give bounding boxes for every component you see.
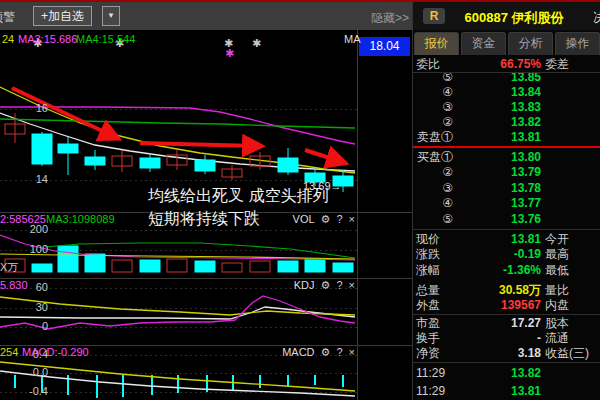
tab-analysis[interactable]: 分析 — [508, 32, 553, 55]
analysis-annotation-line2: 短期将持续下跌 — [148, 209, 260, 230]
nav-row-label: 净资 — [416, 346, 440, 361]
close-icon[interactable]: × — [349, 279, 355, 292]
macd-value-label: 254 — [0, 346, 18, 358]
axis-tick-label: X万 — [0, 260, 48, 275]
axis-tick-label: 14 — [0, 173, 48, 185]
volume-bar — [195, 261, 215, 272]
pe-row-label2: 股本 — [545, 316, 569, 331]
alert-button[interactable]: 预警 — [0, 9, 15, 26]
bid-2-label: ② — [413, 165, 453, 180]
add-watchlist-dropdown[interactable]: ▼ — [102, 6, 120, 26]
volume-bar — [222, 263, 242, 272]
volume-bar — [333, 263, 353, 272]
macd-pane-header: MACD ⚙ ? × — [282, 346, 355, 359]
ask-1-value: 13.81 — [455, 130, 541, 145]
bid-1-value: 13.80 — [455, 150, 541, 165]
axis-tick-label: 16 — [0, 102, 48, 114]
kdj-line — [0, 297, 355, 315]
change-row-value: -0.19 — [455, 247, 541, 262]
bid-5[interactable]: ⑤13.76 — [413, 212, 600, 227]
tab-funds[interactable]: 资金 — [461, 32, 506, 55]
quote-divider — [413, 72, 600, 73]
volume-bar — [140, 260, 160, 272]
tick-row-1: 11:2913.82 — [413, 366, 600, 381]
ma-value-label: 24 — [2, 33, 14, 45]
candlestick — [140, 158, 160, 168]
bid-3-label: ③ — [413, 181, 453, 196]
price-row: 现价13.81今开 — [413, 232, 600, 247]
pe-row-label: 市盈 — [416, 316, 440, 331]
turnover-row: 换手-流通 — [413, 331, 600, 346]
clipped-decision-button[interactable]: 决 — [593, 9, 600, 27]
close-icon[interactable]: × — [349, 213, 355, 226]
turnover-row-value: - — [455, 331, 541, 346]
candlestick — [278, 158, 298, 172]
volume-bar — [278, 261, 298, 272]
candlestick — [195, 160, 215, 171]
ask-1[interactable]: 卖盘①13.81 — [413, 130, 600, 145]
volume-bar — [112, 260, 132, 272]
chart-area[interactable]: 1614200100X万603000.40.0-0.4✱✱✱✱✱24MA3:15… — [0, 0, 412, 400]
candlestick — [85, 157, 105, 165]
tab-operate[interactable]: 操作 — [555, 32, 600, 55]
quote-divider — [413, 229, 600, 230]
bid-1[interactable]: 买盘①13.80 — [413, 150, 600, 165]
add-watchlist-button[interactable]: +加自选 — [33, 6, 92, 26]
help-icon[interactable]: ? — [336, 279, 342, 292]
ma-axis-label: MA — [344, 33, 361, 45]
ma-value-label: MA3:15.686 — [18, 33, 77, 45]
window-top-accent — [0, 0, 600, 2]
bid-4[interactable]: ④13.77 — [413, 196, 600, 211]
help-icon[interactable]: ? — [336, 346, 342, 359]
volume-ma-value-label: MA3:1098089 — [46, 213, 115, 225]
price-row-label: 现价 — [416, 232, 440, 247]
total-volume-row-label2: 量比 — [545, 283, 569, 298]
gear-icon[interactable]: ⚙ — [321, 346, 331, 359]
volume-bar — [167, 259, 187, 272]
nav-row: 净资3.18收益(三) — [413, 346, 600, 361]
bid-ask-separator — [413, 146, 600, 148]
change-pct-row-value: -1.36% — [455, 263, 541, 278]
turnover-row-label: 换手 — [416, 331, 440, 346]
gear-icon[interactable]: ⚙ — [321, 279, 331, 292]
quote-divider — [413, 314, 600, 315]
macd-pane-title: MACD — [282, 346, 314, 359]
ask-3[interactable]: ③13.83 — [413, 100, 600, 115]
ma-value-label: MA4:15.544 — [76, 33, 135, 45]
quote-divider — [413, 362, 600, 363]
kdj-pane-header: KDJ ⚙ ? × — [294, 279, 355, 292]
kdj-pane-title: KDJ — [294, 279, 315, 292]
volume-bar — [250, 261, 270, 272]
volume-pane-header: VOL ⚙ ? × — [293, 213, 355, 226]
bid-1-label: 买盘① — [413, 150, 453, 165]
pe-row: 市盈17.27股本 — [413, 316, 600, 331]
change-pct-row-label2: 最低 — [545, 263, 569, 278]
ask-2[interactable]: ②13.82 — [413, 115, 600, 130]
bid-4-value: 13.77 — [455, 196, 541, 211]
ask-4[interactable]: ④13.84 — [413, 85, 600, 100]
ask-3-value: 13.83 — [455, 100, 541, 115]
turnover-row-label2: 流通 — [545, 331, 569, 346]
bid-3-value: 13.78 — [455, 181, 541, 196]
bid-2[interactable]: ②13.79 — [413, 165, 600, 180]
close-icon[interactable]: × — [349, 346, 355, 359]
change-row: 涨跌-0.19最高 — [413, 247, 600, 262]
axis-tick-label: -0.4 — [0, 385, 48, 397]
help-icon[interactable]: ? — [336, 213, 342, 226]
axis-tick-label: 100 — [0, 243, 48, 255]
volume-bar — [85, 254, 105, 272]
ask-1-label: 卖盘① — [413, 130, 453, 145]
volume-ma-value-label: 2:585625 — [0, 213, 46, 225]
outer-volume-row-label2: 内盘 — [545, 298, 569, 313]
volume-ma-line — [0, 254, 355, 259]
volume-bar — [305, 259, 325, 272]
tab-quote[interactable]: 报价 — [414, 32, 459, 55]
stock-title: 600887 伊利股份 — [447, 9, 581, 27]
rights-badge[interactable]: R — [423, 8, 445, 24]
bid-5-label: ⑤ — [413, 212, 453, 227]
bid-3[interactable]: ③13.78 — [413, 181, 600, 196]
hide-panel-link[interactable]: 隐藏>> — [371, 10, 409, 27]
gear-icon[interactable]: ⚙ — [321, 213, 331, 226]
caret-down-icon: ▼ — [107, 11, 115, 20]
ask-3-label: ③ — [413, 100, 453, 115]
